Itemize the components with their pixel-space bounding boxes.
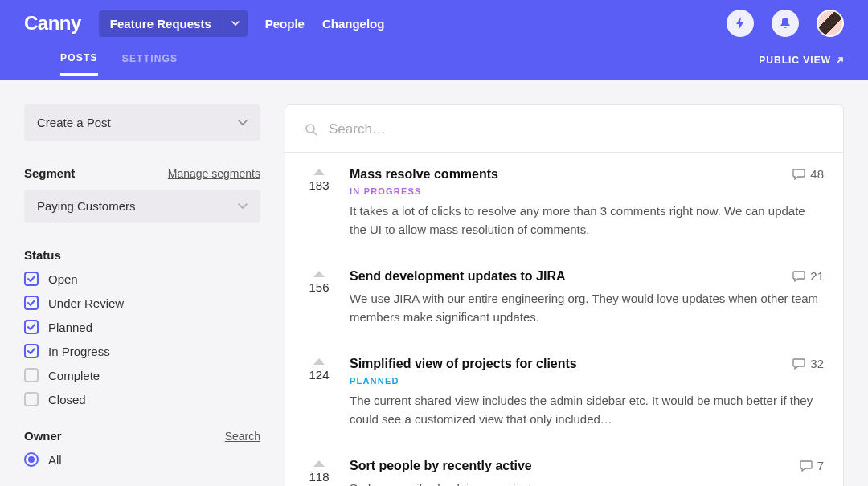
brand-logo[interactable]: Canny xyxy=(24,12,81,35)
segment-selected-value: Paying Customers xyxy=(37,199,136,213)
notifications-button[interactable] xyxy=(772,10,799,37)
lightning-button[interactable] xyxy=(727,10,754,37)
checkbox xyxy=(24,344,39,358)
segment-select[interactable]: Paying Customers xyxy=(24,190,260,223)
tab-settings[interactable]: SETTINGS xyxy=(122,53,178,74)
upvote-icon xyxy=(313,358,325,365)
chevron-down-icon xyxy=(238,120,248,126)
page-body: Create a Post Segment Manage segments Pa… xyxy=(0,80,868,486)
checkbox xyxy=(24,392,39,406)
vote-count: 183 xyxy=(305,178,334,192)
bell-icon xyxy=(779,17,792,30)
chevron-down-icon xyxy=(238,203,248,210)
comment-icon xyxy=(792,270,805,282)
segment-heading-row: Segment Manage segments xyxy=(24,166,260,180)
radio xyxy=(24,452,39,467)
lightning-icon xyxy=(735,17,746,30)
status-option[interactable]: Under Review xyxy=(24,296,260,310)
external-link-icon xyxy=(836,56,844,64)
create-post-label: Create a Post xyxy=(37,116,111,129)
user-avatar[interactable] xyxy=(817,10,844,37)
vote-count: 124 xyxy=(305,368,334,382)
app-header: Canny Feature Requests People Changelog … xyxy=(0,0,868,80)
status-option[interactable]: Open xyxy=(24,272,260,286)
post-row[interactable]: 183Mass resolve comments48IN PROGRESSIt … xyxy=(285,153,843,255)
post-row[interactable]: 124Simplified view of projects for clien… xyxy=(285,342,843,444)
create-post-button[interactable]: Create a Post xyxy=(24,104,260,141)
tab-posts[interactable]: POSTS xyxy=(60,52,98,76)
checkbox xyxy=(24,272,39,286)
header-top-bar: Canny Feature Requests People Changelog xyxy=(24,0,844,47)
upvote-icon xyxy=(313,460,325,467)
post-body: Simplified view of projects for clients3… xyxy=(350,357,824,428)
status-option-label: In Progress xyxy=(48,345,110,358)
nav-changelog[interactable]: Changelog xyxy=(322,17,385,31)
post-body: Sort people by recently active7So I can … xyxy=(350,459,824,486)
search-input[interactable] xyxy=(329,121,824,137)
search-icon xyxy=(305,123,317,136)
post-comment-count[interactable]: 32 xyxy=(792,357,824,370)
status-option-label: Planned xyxy=(48,321,92,334)
comment-icon xyxy=(792,357,805,370)
post-row[interactable]: 156Send development updates to JIRA21We … xyxy=(285,255,843,342)
public-view-link[interactable]: PUBLIC VIEW xyxy=(759,55,844,72)
status-option[interactable]: Closed xyxy=(24,392,260,406)
sidebar: Create a Post Segment Manage segments Pa… xyxy=(24,104,260,486)
status-option[interactable]: Complete xyxy=(24,368,260,382)
post-title: Sort people by recently active xyxy=(350,459,532,473)
post-title: Mass resolve comments xyxy=(350,167,498,182)
vote-count: 118 xyxy=(305,470,334,484)
status-option-label: Complete xyxy=(48,369,100,382)
upvote-icon xyxy=(313,271,325,277)
post-description: The current shared view includes the adm… xyxy=(350,392,824,428)
post-comment-count[interactable]: 21 xyxy=(792,269,824,283)
vote-widget[interactable]: 124 xyxy=(305,357,334,428)
vote-count: 156 xyxy=(305,280,334,294)
post-list-panel: 183Mass resolve comments48IN PROGRESSIt … xyxy=(285,104,844,486)
chevron-down-icon xyxy=(231,21,240,26)
checkbox xyxy=(24,368,39,382)
vote-widget[interactable]: 183 xyxy=(305,167,334,239)
status-option-label: Closed xyxy=(48,393,86,406)
search-row xyxy=(285,105,843,153)
board-selector[interactable]: Feature Requests xyxy=(99,10,248,37)
status-filter-list: OpenUnder ReviewPlannedIn ProgressComple… xyxy=(24,272,260,406)
status-option[interactable]: In Progress xyxy=(24,344,260,358)
post-status-tag: IN PROGRESS xyxy=(350,186,824,196)
post-body: Send development updates to JIRA21We use… xyxy=(350,269,824,326)
status-heading: Status xyxy=(24,248,61,262)
post-description: It takes a lot of clicks to resolve any … xyxy=(350,202,824,239)
post-comment-count[interactable]: 48 xyxy=(792,167,824,181)
post-description: So I can easily check in on project prog… xyxy=(350,480,824,486)
vote-widget[interactable]: 156 xyxy=(305,269,334,326)
segment-heading: Segment xyxy=(24,166,75,180)
vote-widget[interactable]: 118 xyxy=(305,459,334,486)
post-row[interactable]: 118Sort people by recently active7So I c… xyxy=(285,444,843,486)
board-selector-label: Feature Requests xyxy=(99,10,223,37)
post-comment-count[interactable]: 7 xyxy=(800,459,824,472)
comment-icon xyxy=(800,459,813,472)
status-heading-row: Status xyxy=(24,248,260,262)
owner-heading: Owner xyxy=(24,429,62,443)
public-view-label: PUBLIC VIEW xyxy=(759,55,831,66)
posts-container: 183Mass resolve comments48IN PROGRESSIt … xyxy=(285,153,843,486)
owner-search-link[interactable]: Search xyxy=(225,430,260,443)
owner-option-label: All xyxy=(48,453,62,467)
status-option-label: Under Review xyxy=(48,296,124,310)
owner-filter-list: All xyxy=(24,452,260,467)
header-tabs: POSTS SETTINGS PUBLIC VIEW xyxy=(24,47,844,80)
owner-heading-row: Owner Search xyxy=(24,429,260,443)
status-option-label: Open xyxy=(48,272,78,286)
post-body: Mass resolve comments48IN PROGRESSIt tak… xyxy=(350,167,824,239)
checkbox xyxy=(24,296,39,310)
comment-icon xyxy=(792,168,805,180)
board-selector-chevron[interactable] xyxy=(223,14,248,32)
status-option[interactable]: Planned xyxy=(24,320,260,334)
owner-option[interactable]: All xyxy=(24,452,260,467)
upvote-icon xyxy=(313,169,325,175)
manage-segments-link[interactable]: Manage segments xyxy=(168,167,260,180)
checkbox xyxy=(24,320,39,334)
post-status-tag: PLANNED xyxy=(350,376,824,386)
post-title: Simplified view of projects for clients xyxy=(350,357,577,371)
nav-people[interactable]: People xyxy=(265,17,305,31)
